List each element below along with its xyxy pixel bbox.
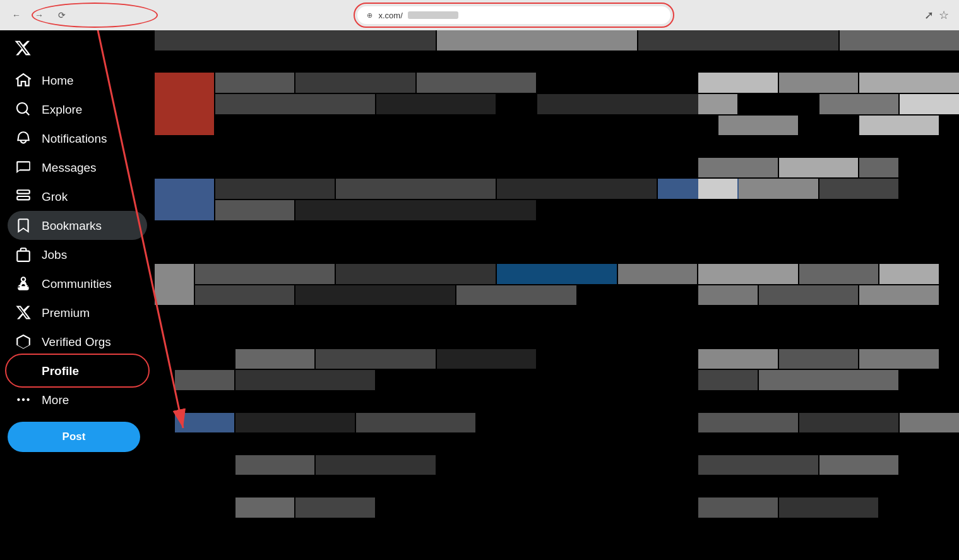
share-icon[interactable]: ➚ (924, 8, 934, 22)
sidebar-item-jobs[interactable]: Jobs (8, 240, 147, 269)
reload-button[interactable]: ⟳ (53, 6, 71, 24)
address-bar[interactable]: ⊕ x.com/ (356, 5, 672, 25)
sidebar-item-profile[interactable]: Profile (8, 356, 147, 385)
messages-icon (15, 159, 32, 176)
sidebar-item-home[interactable]: Home (8, 66, 147, 95)
explore-label: Explore (42, 104, 82, 116)
sidebar-item-more[interactable]: More (8, 385, 147, 414)
bookmarks-icon (15, 217, 32, 234)
home-icon (15, 72, 32, 88)
sidebar-item-grok[interactable]: Grok (8, 182, 147, 211)
site-favicon: ⊕ (365, 10, 375, 20)
grok-label: Grok (42, 191, 68, 203)
communities-label: Communities (42, 278, 112, 290)
notifications-label: Notifications (42, 133, 107, 145)
grok-icon (15, 188, 32, 205)
post-button[interactable]: Post (8, 422, 140, 452)
home-label: Home (42, 74, 74, 86)
sidebar-item-bookmarks[interactable]: Bookmarks (8, 211, 147, 240)
bookmark-star-icon[interactable]: ☆ (939, 8, 949, 22)
sidebar-item-notifications[interactable]: Notifications (8, 124, 147, 153)
forward-button[interactable]: → (30, 6, 48, 24)
premium-icon (15, 304, 32, 321)
main-area: Home Explore Notifications Messages Grok (0, 30, 959, 560)
more-icon (15, 391, 32, 408)
url-text: x.com/ (379, 11, 403, 20)
sidebar-item-explore[interactable]: Explore (8, 95, 147, 124)
sidebar-item-messages[interactable]: Messages (8, 153, 147, 182)
verified-orgs-label: Verified Orgs (42, 336, 111, 348)
content-area (155, 30, 959, 560)
communities-icon (15, 275, 32, 292)
premium-label: Premium (42, 307, 90, 319)
sidebar-item-premium[interactable]: Premium (8, 298, 147, 327)
explore-icon (15, 101, 32, 117)
url-blur-portion (408, 11, 458, 19)
back-button[interactable]: ← (8, 6, 25, 24)
more-label: More (42, 394, 69, 406)
sidebar: Home Explore Notifications Messages Grok (0, 30, 155, 560)
sidebar-item-communities[interactable]: Communities (8, 269, 147, 298)
jobs-label: Jobs (42, 249, 67, 261)
profile-icon (15, 362, 32, 379)
sidebar-item-verified-orgs[interactable]: Verified Orgs (8, 327, 147, 356)
x-logo[interactable] (8, 33, 38, 63)
messages-label: Messages (42, 162, 97, 174)
browser-right-icons: ➚ ☆ (924, 8, 949, 22)
profile-label: Profile (42, 365, 79, 377)
address-bar-container: ⊕ x.com/ (356, 5, 672, 25)
jobs-icon (15, 246, 32, 263)
browser-controls: ← → ⟳ (8, 6, 71, 24)
browser-chrome: ← → ⟳ ⊕ x.com/ ➚ ☆ (0, 0, 959, 30)
bookmarks-label: Bookmarks (42, 220, 102, 232)
verified-orgs-icon (15, 333, 32, 350)
notifications-icon (15, 130, 32, 146)
